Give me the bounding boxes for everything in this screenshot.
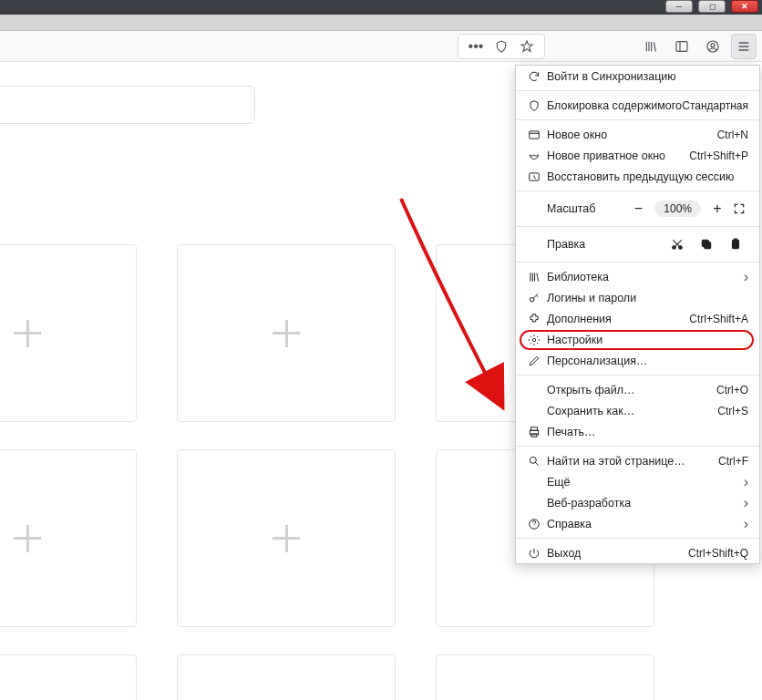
- menu-print[interactable]: Печать…: [516, 421, 759, 442]
- library-icon: [525, 271, 543, 283]
- chevron-right-icon: [744, 269, 748, 285]
- copy-icon[interactable]: [692, 238, 721, 251]
- search-box[interactable]: [0, 86, 255, 124]
- menu-label: Библиотека: [543, 271, 744, 283]
- search-icon: [525, 455, 543, 468]
- menu-label: Восстановить предыдущую сессию: [543, 170, 748, 183]
- top-site-tile[interactable]: [177, 654, 396, 700]
- menu-label: Сохранить как…: [543, 405, 717, 417]
- chevron-right-icon: [744, 516, 748, 532]
- menu-label: Найти на этой странице…: [543, 455, 718, 468]
- window-maximize-button[interactable]: ◻: [698, 0, 726, 13]
- menu-zoom-row: Масштаб − 100% +: [516, 195, 759, 222]
- window-minimize-button[interactable]: ─: [665, 0, 693, 13]
- menu-find[interactable]: Найти на этой странице… Ctrl+F: [516, 450, 759, 471]
- top-site-tile[interactable]: [0, 244, 137, 422]
- menu-shortcut: Ctrl+N: [717, 129, 748, 141]
- top-site-tile[interactable]: [436, 654, 654, 700]
- window-titlebar: ─ ◻ ✕: [0, 0, 762, 15]
- menu-content-blocking[interactable]: Блокировка содержимого Стандартная: [516, 95, 759, 116]
- menu-label: Масштаб: [525, 202, 627, 215]
- new-tab-page: Войти в Синхронизацию Блокировка содержи…: [0, 62, 762, 700]
- svg-rect-10: [734, 239, 737, 241]
- menu-help[interactable]: Справка: [516, 513, 759, 534]
- chevron-right-icon: [744, 474, 748, 490]
- menu-settings[interactable]: Настройки: [516, 329, 759, 350]
- svg-rect-13: [531, 427, 538, 430]
- menu-logins[interactable]: Логины и пароли: [516, 287, 759, 308]
- more-actions-icon[interactable]: •••: [468, 38, 484, 55]
- tab-strip: [0, 15, 762, 31]
- menu-shortcut: Ctrl+O: [716, 384, 748, 396]
- menu-shortcut: Ctrl+Shift+P: [689, 149, 748, 162]
- menu-label: Выход: [543, 547, 688, 560]
- menu-shortcut: Ctrl+F: [718, 455, 748, 468]
- menu-label: Дополнения: [543, 313, 689, 325]
- menu-edit-row: Правка: [516, 231, 759, 258]
- window-icon: [525, 129, 543, 141]
- library-icon[interactable]: [638, 34, 664, 59]
- top-site-tile[interactable]: [0, 654, 137, 700]
- menu-new-window[interactable]: Новое окно Ctrl+N: [516, 124, 759, 145]
- help-icon: [525, 518, 543, 530]
- menu-customize[interactable]: Персонализация…: [516, 350, 759, 371]
- gear-icon: [525, 334, 543, 346]
- menu-label: Блокировка содержимого: [543, 99, 682, 112]
- zoom-out-button[interactable]: −: [627, 199, 649, 219]
- menu-new-private-window[interactable]: Новое приватное окно Ctrl+Shift+P: [516, 145, 759, 166]
- bookmark-star-icon[interactable]: [519, 38, 535, 55]
- key-icon: [525, 292, 543, 304]
- menu-label: Правка: [525, 238, 663, 251]
- sidebar-icon[interactable]: [669, 34, 695, 59]
- menu-value: Стандартная: [682, 99, 748, 112]
- shield-icon[interactable]: [493, 38, 510, 55]
- menu-label: Справка: [543, 518, 744, 530]
- menu-label: Веб-разработка: [543, 497, 744, 510]
- menu-label: Персонализация…: [543, 355, 748, 367]
- shield-icon: [525, 99, 543, 112]
- menu-sync[interactable]: Войти в Синхронизацию: [516, 66, 759, 87]
- menu-more[interactable]: Ещё: [516, 471, 759, 492]
- menu-label: Печать…: [543, 426, 748, 438]
- menu-label: Открыть файл…: [543, 384, 716, 396]
- paste-icon[interactable]: [721, 238, 750, 251]
- window-close-button[interactable]: ✕: [731, 0, 758, 13]
- restore-icon: [525, 170, 543, 183]
- menu-label: Новое приватное окно: [543, 149, 689, 162]
- sync-icon: [525, 70, 543, 83]
- svg-rect-3: [530, 130, 540, 138]
- menu-quit[interactable]: Выход Ctrl+Shift+Q: [516, 542, 759, 563]
- menu-label: Ещё: [543, 476, 744, 489]
- chevron-right-icon: [744, 495, 748, 511]
- top-site-tile[interactable]: [177, 244, 396, 422]
- browser-toolbar: •••: [0, 31, 762, 62]
- menu-restore-session[interactable]: Восстановить предыдущую сессию: [516, 166, 759, 187]
- menu-library[interactable]: Библиотека: [516, 266, 759, 287]
- brush-icon: [525, 355, 543, 367]
- cut-icon[interactable]: [663, 238, 692, 251]
- top-site-tile[interactable]: [0, 449, 137, 627]
- svg-rect-0: [676, 41, 687, 51]
- menu-label: Войти в Синхронизацию: [543, 70, 748, 83]
- account-icon[interactable]: [700, 34, 726, 59]
- top-site-tile[interactable]: [177, 449, 396, 627]
- svg-rect-15: [531, 433, 537, 437]
- print-icon: [525, 426, 543, 438]
- menu-web-developer[interactable]: Веб-разработка: [516, 492, 759, 513]
- menu-open-file[interactable]: Открыть файл… Ctrl+O: [516, 379, 759, 400]
- zoom-in-button[interactable]: +: [706, 199, 728, 219]
- menu-addons[interactable]: Дополнения Ctrl+Shift+A: [516, 308, 759, 329]
- svg-point-12: [532, 338, 536, 342]
- fullscreen-button[interactable]: [728, 199, 750, 219]
- address-bar-actions: •••: [458, 34, 545, 59]
- app-menu: Войти в Синхронизацию Блокировка содержи…: [515, 65, 760, 564]
- menu-shortcut: Ctrl+Shift+A: [689, 313, 748, 325]
- svg-point-11: [530, 297, 534, 302]
- hamburger-menu-button[interactable]: [731, 34, 757, 59]
- svg-point-2: [711, 43, 715, 46]
- menu-shortcut: Ctrl+Shift+Q: [688, 547, 748, 560]
- svg-rect-8: [702, 240, 708, 246]
- power-icon: [525, 547, 543, 560]
- menu-label: Логины и пароли: [543, 292, 748, 304]
- menu-save-as[interactable]: Сохранить как… Ctrl+S: [516, 400, 759, 421]
